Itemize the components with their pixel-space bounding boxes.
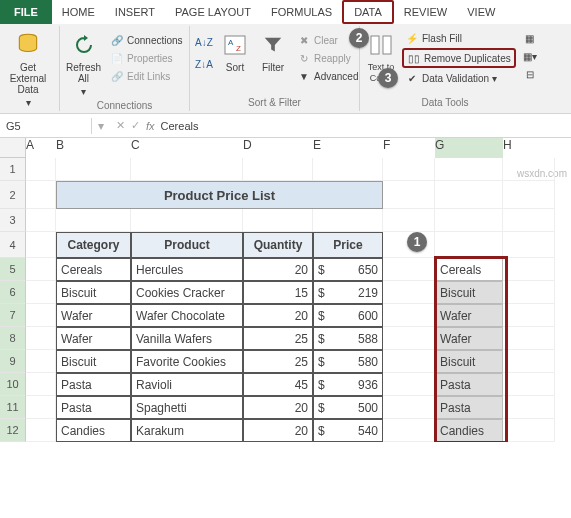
tab-view[interactable]: VIEW <box>457 0 505 24</box>
cancel-icon[interactable]: ✕ <box>116 119 125 132</box>
row-header-9[interactable]: 9 <box>0 350 26 373</box>
cell-b8[interactable]: Wafer <box>56 327 131 350</box>
tab-page-layout[interactable]: PAGE LAYOUT <box>165 0 261 24</box>
cell-e9[interactable]: $580 <box>313 350 383 373</box>
cell-c5[interactable]: Hercules <box>131 258 243 281</box>
refresh-all-button[interactable]: Refresh All ▾ <box>64 28 103 99</box>
enter-icon[interactable]: ✓ <box>131 119 140 132</box>
row-header-8[interactable]: 8 <box>0 327 26 350</box>
cell-b6[interactable]: Biscuit <box>56 281 131 304</box>
fx-icon[interactable]: fx <box>146 120 155 132</box>
cell-d6[interactable]: 15 <box>243 281 313 304</box>
cell-d7[interactable]: 20 <box>243 304 313 327</box>
cell-e11[interactable]: $500 <box>313 396 383 419</box>
cell-b12[interactable]: Candies <box>56 419 131 442</box>
clear-button[interactable]: ✖Clear <box>294 32 361 48</box>
tab-home[interactable]: HOME <box>52 0 105 24</box>
consolidate-button[interactable]: ▦ <box>520 30 540 46</box>
tab-file[interactable]: FILE <box>0 0 52 24</box>
name-box[interactable]: G5 <box>0 118 92 134</box>
cell-c9[interactable]: Favorite Cookies <box>131 350 243 373</box>
filter-button[interactable]: Filter <box>256 28 290 75</box>
tab-insert[interactable]: INSERT <box>105 0 165 24</box>
name-box-dropdown[interactable]: ▾ <box>92 119 110 133</box>
cell-d9[interactable]: 25 <box>243 350 313 373</box>
cell-b11[interactable]: Pasta <box>56 396 131 419</box>
tab-formulas[interactable]: FORMULAS <box>261 0 342 24</box>
tab-review[interactable]: REVIEW <box>394 0 457 24</box>
cell-d8[interactable]: 25 <box>243 327 313 350</box>
edit-links-button[interactable]: 🔗Edit Links <box>107 68 186 84</box>
row-header-3[interactable]: 3 <box>0 209 26 232</box>
cell-g11[interactable]: Pasta <box>435 396 503 419</box>
cell-c10[interactable]: Ravioli <box>131 373 243 396</box>
dropdown-icon: ▾ <box>81 86 86 97</box>
col-header-e[interactable]: E <box>313 138 383 158</box>
cell-g8[interactable]: Wafer <box>435 327 503 350</box>
cell-e10[interactable]: $936 <box>313 373 383 396</box>
sort-desc-button[interactable]: Z↓A <box>194 56 214 72</box>
data-tools-group-label: Data Tools <box>364 96 526 109</box>
flash-fill-button[interactable]: ⚡Flash Fill <box>402 30 516 46</box>
tab-data[interactable]: DATA <box>342 0 394 24</box>
cell-b9[interactable]: Biscuit <box>56 350 131 373</box>
reapply-button[interactable]: ↻Reapply <box>294 50 361 66</box>
row-header-11[interactable]: 11 <box>0 396 26 419</box>
remove-duplicates-button[interactable]: ▯▯Remove Duplicates <box>402 48 516 68</box>
row-header-6[interactable]: 6 <box>0 281 26 304</box>
cell-c6[interactable]: Cookies Cracker <box>131 281 243 304</box>
sort-filter-group-label: Sort & Filter <box>194 96 355 109</box>
row-header-7[interactable]: 7 <box>0 304 26 327</box>
properties-button[interactable]: 📄Properties <box>107 50 186 66</box>
col-header-a[interactable]: A <box>26 138 56 158</box>
col-header-c[interactable]: C <box>131 138 243 158</box>
connections-button[interactable]: 🔗Connections <box>107 32 186 48</box>
col-header-f[interactable]: F <box>383 138 435 158</box>
cell-g5[interactable]: Cereals <box>435 258 503 281</box>
whatif-button[interactable]: ▦▾ <box>520 48 540 64</box>
cell-c7[interactable]: Wafer Chocolate <box>131 304 243 327</box>
row-header-2[interactable]: 2 <box>0 181 26 209</box>
col-header-g[interactable]: G <box>435 138 503 158</box>
database-icon <box>13 30 43 60</box>
spreadsheet-grid[interactable]: A B C D E F G H 1 2 Product Price List 3… <box>0 138 571 442</box>
col-header-h[interactable]: H <box>503 138 555 158</box>
advanced-label: Advanced <box>314 71 358 82</box>
cell-d12[interactable]: 20 <box>243 419 313 442</box>
cell-g6[interactable]: Biscuit <box>435 281 503 304</box>
cell-e6[interactable]: $219 <box>313 281 383 304</box>
cell-g10[interactable]: Pasta <box>435 373 503 396</box>
cell-c8[interactable]: Vanilla Wafers <box>131 327 243 350</box>
formula-value[interactable]: Cereals <box>161 120 199 132</box>
cell-c11[interactable]: Spaghetti <box>131 396 243 419</box>
cell-d10[interactable]: 45 <box>243 373 313 396</box>
cell-e7[interactable]: $600 <box>313 304 383 327</box>
row-header-10[interactable]: 10 <box>0 373 26 396</box>
get-external-data-button[interactable]: Get External Data ▾ <box>4 28 52 110</box>
sort-asc-button[interactable]: A↓Z <box>194 34 214 50</box>
cell-d11[interactable]: 20 <box>243 396 313 419</box>
cell-g9[interactable]: Biscuit <box>435 350 503 373</box>
sort-button[interactable]: AZ Sort <box>218 28 252 75</box>
cell-c12[interactable]: Karakum <box>131 419 243 442</box>
cell-g7[interactable]: Wafer <box>435 304 503 327</box>
col-header-d[interactable]: D <box>243 138 313 158</box>
advanced-button[interactable]: ▼Advanced <box>294 68 361 84</box>
cell-e5[interactable]: $650 <box>313 258 383 281</box>
relationships-button[interactable]: ⊟ <box>520 66 540 82</box>
cell-b10[interactable]: Pasta <box>56 373 131 396</box>
row-header-4[interactable]: 4 <box>0 232 26 258</box>
row-header-1[interactable]: 1 <box>0 158 26 181</box>
cell-e12[interactable]: $540 <box>313 419 383 442</box>
row-header-12[interactable]: 12 <box>0 419 26 442</box>
cell-b5[interactable]: Cereals <box>56 258 131 281</box>
row-header-5[interactable]: 5 <box>0 258 26 281</box>
data-validation-button[interactable]: ✔Data Validation ▾ <box>402 70 516 86</box>
svg-text:A: A <box>228 38 234 47</box>
cell-e8[interactable]: $588 <box>313 327 383 350</box>
cell-b7[interactable]: Wafer <box>56 304 131 327</box>
cell-d5[interactable]: 20 <box>243 258 313 281</box>
select-all-corner[interactable] <box>0 138 26 158</box>
cell-g12[interactable]: Candies <box>435 419 503 442</box>
col-header-b[interactable]: B <box>56 138 131 158</box>
